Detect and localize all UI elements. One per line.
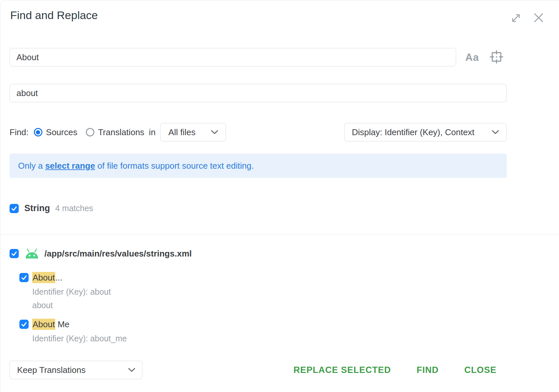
- radio-sources[interactable]: Sources: [34, 127, 77, 137]
- check-icon: [20, 274, 28, 281]
- match-text[interactable]: About...: [32, 273, 111, 283]
- in-label: in: [149, 127, 156, 137]
- match-checkbox[interactable]: [19, 320, 29, 329]
- chevron-down-icon: [492, 130, 499, 135]
- footer-actions: REPLACE SELECTED FIND CLOSE: [293, 361, 497, 379]
- match-text[interactable]: About Me: [32, 319, 127, 330]
- string-group-row: String 4 matches: [10, 203, 93, 213]
- string-group-checkbox[interactable]: [10, 204, 19, 213]
- select-range-link[interactable]: select range: [45, 161, 95, 171]
- file-path: /app/src/main/res/values/strings.xml: [44, 249, 192, 259]
- find-label: Find:: [10, 127, 29, 137]
- translations-action-select[interactable]: Keep Translations: [10, 361, 142, 379]
- check-icon: [20, 321, 28, 328]
- radio-icon: [34, 128, 42, 136]
- match-text-rest: Me: [55, 319, 69, 329]
- find-options-row: Find: Sources Translations in All files: [10, 123, 226, 141]
- radio-sources-label: Sources: [46, 127, 77, 137]
- selection-frame-icon[interactable]: [489, 49, 504, 64]
- search-input[interactable]: [10, 48, 456, 66]
- chevron-down-icon: [128, 368, 135, 372]
- highlighted-term: About: [32, 272, 55, 283]
- find-replace-dialog: Find and Replace Aa Find: Sources: [0, 0, 559, 392]
- match-case-icon[interactable]: Aa: [465, 52, 479, 63]
- file-row: /app/src/main/res/values/strings.xml: [10, 248, 192, 259]
- match-row: About... Identifier (Key): about about: [19, 273, 111, 310]
- chevron-down-icon: [211, 130, 218, 135]
- find-button[interactable]: FIND: [417, 365, 439, 375]
- display-select-value: Display: Identifier (Key), Context: [352, 127, 474, 137]
- display-select[interactable]: Display: Identifier (Key), Context: [344, 123, 507, 141]
- android-icon: [25, 248, 39, 259]
- match-count: 4 matches: [55, 204, 93, 213]
- file-checkbox[interactable]: [10, 249, 19, 258]
- file-scope-value: All files: [168, 127, 195, 137]
- notice-prefix: Only a: [18, 161, 45, 171]
- translations-action-value: Keep Translations: [17, 365, 85, 375]
- match-text-rest: ...: [55, 273, 62, 282]
- check-icon: [11, 250, 18, 257]
- match-key: about: [32, 301, 111, 310]
- file-scope-select[interactable]: All files: [160, 123, 226, 141]
- radio-icon: [86, 128, 94, 136]
- match-checkbox[interactable]: [19, 273, 29, 282]
- replace-input[interactable]: [10, 84, 507, 102]
- radio-translations[interactable]: Translations: [86, 127, 144, 137]
- radio-translations-label: Translations: [98, 127, 144, 137]
- divider: [0, 234, 559, 235]
- highlighted-term: About: [32, 319, 55, 330]
- check-icon: [11, 205, 18, 212]
- close-button[interactable]: CLOSE: [464, 365, 497, 375]
- dialog-title: Find and Replace: [10, 9, 98, 22]
- notice-suffix: of file formats support source text edit…: [95, 161, 254, 171]
- info-banner: Only a select range of file formats supp…: [10, 154, 507, 178]
- match-row: About Me Identifier (Key): about_me: [19, 319, 127, 343]
- close-icon[interactable]: [532, 11, 546, 25]
- expand-icon[interactable]: [509, 12, 523, 25]
- match-identifier: Identifier (Key): about: [32, 287, 111, 296]
- replace-selected-button[interactable]: REPLACE SELECTED: [293, 365, 391, 375]
- group-label: String: [24, 203, 50, 213]
- match-identifier: Identifier (Key): about_me: [32, 334, 127, 343]
